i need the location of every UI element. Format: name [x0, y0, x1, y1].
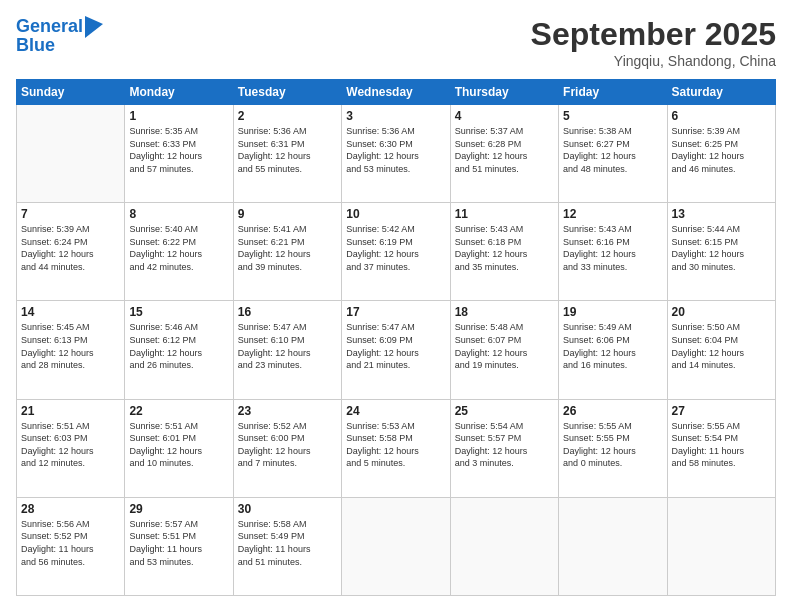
header: General Blue September 2025 Yingqiu, Sha…	[16, 16, 776, 69]
header-sunday: Sunday	[17, 80, 125, 105]
day-number: 18	[455, 305, 554, 319]
calendar-cell: 2Sunrise: 5:36 AMSunset: 6:31 PMDaylight…	[233, 105, 341, 203]
day-number: 20	[672, 305, 771, 319]
day-number: 14	[21, 305, 120, 319]
calendar-week-1: 7Sunrise: 5:39 AMSunset: 6:24 PMDaylight…	[17, 203, 776, 301]
calendar-cell: 15Sunrise: 5:46 AMSunset: 6:12 PMDayligh…	[125, 301, 233, 399]
calendar-cell: 27Sunrise: 5:55 AMSunset: 5:54 PMDayligh…	[667, 399, 775, 497]
day-number: 12	[563, 207, 662, 221]
day-info: Sunrise: 5:36 AMSunset: 6:31 PMDaylight:…	[238, 125, 337, 175]
day-number: 16	[238, 305, 337, 319]
calendar-cell	[450, 497, 558, 595]
day-info: Sunrise: 5:48 AMSunset: 6:07 PMDaylight:…	[455, 321, 554, 371]
day-info: Sunrise: 5:37 AMSunset: 6:28 PMDaylight:…	[455, 125, 554, 175]
header-monday: Monday	[125, 80, 233, 105]
day-info: Sunrise: 5:42 AMSunset: 6:19 PMDaylight:…	[346, 223, 445, 273]
day-info: Sunrise: 5:58 AMSunset: 5:49 PMDaylight:…	[238, 518, 337, 568]
day-number: 28	[21, 502, 120, 516]
calendar-cell: 29Sunrise: 5:57 AMSunset: 5:51 PMDayligh…	[125, 497, 233, 595]
day-number: 19	[563, 305, 662, 319]
logo-icon	[85, 16, 103, 38]
calendar-table: Sunday Monday Tuesday Wednesday Thursday…	[16, 79, 776, 596]
day-info: Sunrise: 5:43 AMSunset: 6:18 PMDaylight:…	[455, 223, 554, 273]
calendar-cell: 28Sunrise: 5:56 AMSunset: 5:52 PMDayligh…	[17, 497, 125, 595]
day-number: 3	[346, 109, 445, 123]
day-number: 5	[563, 109, 662, 123]
calendar-cell: 3Sunrise: 5:36 AMSunset: 6:30 PMDaylight…	[342, 105, 450, 203]
calendar-cell: 7Sunrise: 5:39 AMSunset: 6:24 PMDaylight…	[17, 203, 125, 301]
location: Yingqiu, Shandong, China	[531, 53, 776, 69]
day-number: 1	[129, 109, 228, 123]
calendar-cell: 22Sunrise: 5:51 AMSunset: 6:01 PMDayligh…	[125, 399, 233, 497]
calendar-header-row: Sunday Monday Tuesday Wednesday Thursday…	[17, 80, 776, 105]
page: General Blue September 2025 Yingqiu, Sha…	[0, 0, 792, 612]
day-number: 22	[129, 404, 228, 418]
calendar-cell: 30Sunrise: 5:58 AMSunset: 5:49 PMDayligh…	[233, 497, 341, 595]
day-number: 21	[21, 404, 120, 418]
calendar-cell: 5Sunrise: 5:38 AMSunset: 6:27 PMDaylight…	[559, 105, 667, 203]
day-info: Sunrise: 5:51 AMSunset: 6:03 PMDaylight:…	[21, 420, 120, 470]
day-number: 15	[129, 305, 228, 319]
calendar-cell	[667, 497, 775, 595]
day-info: Sunrise: 5:55 AMSunset: 5:54 PMDaylight:…	[672, 420, 771, 470]
day-info: Sunrise: 5:57 AMSunset: 5:51 PMDaylight:…	[129, 518, 228, 568]
day-info: Sunrise: 5:55 AMSunset: 5:55 PMDaylight:…	[563, 420, 662, 470]
calendar-cell: 17Sunrise: 5:47 AMSunset: 6:09 PMDayligh…	[342, 301, 450, 399]
day-number: 8	[129, 207, 228, 221]
calendar-week-2: 14Sunrise: 5:45 AMSunset: 6:13 PMDayligh…	[17, 301, 776, 399]
calendar-cell: 10Sunrise: 5:42 AMSunset: 6:19 PMDayligh…	[342, 203, 450, 301]
month-title: September 2025	[531, 16, 776, 53]
calendar-cell: 25Sunrise: 5:54 AMSunset: 5:57 PMDayligh…	[450, 399, 558, 497]
day-number: 23	[238, 404, 337, 418]
calendar-week-3: 21Sunrise: 5:51 AMSunset: 6:03 PMDayligh…	[17, 399, 776, 497]
day-number: 2	[238, 109, 337, 123]
day-info: Sunrise: 5:54 AMSunset: 5:57 PMDaylight:…	[455, 420, 554, 470]
day-info: Sunrise: 5:40 AMSunset: 6:22 PMDaylight:…	[129, 223, 228, 273]
calendar-cell: 9Sunrise: 5:41 AMSunset: 6:21 PMDaylight…	[233, 203, 341, 301]
day-info: Sunrise: 5:45 AMSunset: 6:13 PMDaylight:…	[21, 321, 120, 371]
svg-marker-0	[85, 16, 103, 38]
day-number: 7	[21, 207, 120, 221]
calendar-cell: 21Sunrise: 5:51 AMSunset: 6:03 PMDayligh…	[17, 399, 125, 497]
header-thursday: Thursday	[450, 80, 558, 105]
logo: General Blue	[16, 16, 103, 56]
logo-line1: General	[16, 16, 83, 36]
calendar-cell: 19Sunrise: 5:49 AMSunset: 6:06 PMDayligh…	[559, 301, 667, 399]
day-info: Sunrise: 5:53 AMSunset: 5:58 PMDaylight:…	[346, 420, 445, 470]
day-number: 17	[346, 305, 445, 319]
title-block: September 2025 Yingqiu, Shandong, China	[531, 16, 776, 69]
header-tuesday: Tuesday	[233, 80, 341, 105]
calendar-cell	[342, 497, 450, 595]
day-info: Sunrise: 5:39 AMSunset: 6:25 PMDaylight:…	[672, 125, 771, 175]
day-info: Sunrise: 5:36 AMSunset: 6:30 PMDaylight:…	[346, 125, 445, 175]
logo-line2: Blue	[16, 36, 103, 56]
day-info: Sunrise: 5:41 AMSunset: 6:21 PMDaylight:…	[238, 223, 337, 273]
logo-text: General	[16, 17, 83, 37]
day-info: Sunrise: 5:49 AMSunset: 6:06 PMDaylight:…	[563, 321, 662, 371]
calendar-cell: 16Sunrise: 5:47 AMSunset: 6:10 PMDayligh…	[233, 301, 341, 399]
day-info: Sunrise: 5:35 AMSunset: 6:33 PMDaylight:…	[129, 125, 228, 175]
header-friday: Friday	[559, 80, 667, 105]
day-info: Sunrise: 5:51 AMSunset: 6:01 PMDaylight:…	[129, 420, 228, 470]
day-info: Sunrise: 5:47 AMSunset: 6:09 PMDaylight:…	[346, 321, 445, 371]
calendar-cell	[17, 105, 125, 203]
calendar-cell: 26Sunrise: 5:55 AMSunset: 5:55 PMDayligh…	[559, 399, 667, 497]
day-number: 24	[346, 404, 445, 418]
calendar-cell: 18Sunrise: 5:48 AMSunset: 6:07 PMDayligh…	[450, 301, 558, 399]
day-number: 6	[672, 109, 771, 123]
day-number: 13	[672, 207, 771, 221]
day-number: 10	[346, 207, 445, 221]
calendar-week-4: 28Sunrise: 5:56 AMSunset: 5:52 PMDayligh…	[17, 497, 776, 595]
day-number: 9	[238, 207, 337, 221]
day-info: Sunrise: 5:46 AMSunset: 6:12 PMDaylight:…	[129, 321, 228, 371]
day-number: 30	[238, 502, 337, 516]
calendar-cell: 8Sunrise: 5:40 AMSunset: 6:22 PMDaylight…	[125, 203, 233, 301]
header-wednesday: Wednesday	[342, 80, 450, 105]
calendar-cell: 1Sunrise: 5:35 AMSunset: 6:33 PMDaylight…	[125, 105, 233, 203]
calendar-week-0: 1Sunrise: 5:35 AMSunset: 6:33 PMDaylight…	[17, 105, 776, 203]
calendar-cell	[559, 497, 667, 595]
day-info: Sunrise: 5:50 AMSunset: 6:04 PMDaylight:…	[672, 321, 771, 371]
day-info: Sunrise: 5:56 AMSunset: 5:52 PMDaylight:…	[21, 518, 120, 568]
calendar-cell: 12Sunrise: 5:43 AMSunset: 6:16 PMDayligh…	[559, 203, 667, 301]
day-number: 25	[455, 404, 554, 418]
